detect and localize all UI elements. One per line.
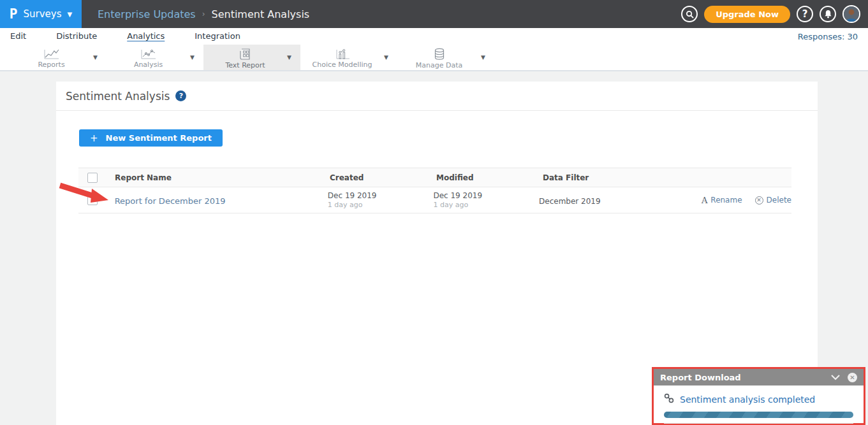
created-date: Dec 19 2019	[328, 191, 434, 201]
report-download-header[interactable]: Report Download ✕	[654, 369, 864, 385]
database-icon	[433, 48, 446, 61]
upgrade-now-button[interactable]: Upgrade Now	[704, 6, 790, 23]
search-icon[interactable]	[681, 6, 698, 22]
topbar-actions: Upgrade Now ?	[681, 5, 868, 23]
questionpro-logo: P	[10, 6, 18, 22]
reports-table: Report Name Created Modified Data Filter…	[78, 168, 791, 213]
help-icon[interactable]: ?	[797, 6, 813, 22]
new-report-button-label: New Sentiment Report	[106, 133, 212, 143]
plus-icon: +	[90, 133, 98, 144]
new-sentiment-report-button[interactable]: + New Sentiment Report	[79, 129, 223, 147]
report-download-title: Report Download	[660, 373, 741, 382]
breadcrumb-separator: ›	[202, 10, 205, 18]
tab-integration[interactable]: Integration	[195, 31, 240, 41]
table-header-row: Report Name Created Modified Data Filter	[78, 168, 791, 187]
panel-divider	[664, 423, 853, 424]
chevron-down-icon[interactable]: ▼	[93, 54, 107, 61]
rename-letter-icon: A	[702, 196, 707, 205]
tab-analytics[interactable]: Analytics	[127, 31, 165, 41]
product-label: Surveys	[23, 8, 61, 20]
page-title: Sentiment Analysis	[66, 90, 170, 103]
chevron-down-icon[interactable]: ▼	[481, 54, 494, 61]
tab-edit[interactable]: Edit	[10, 31, 26, 41]
rename-button[interactable]: A Rename	[702, 196, 742, 205]
top-navbar: P Surveys ▼ Enterprise Updates › Sentime…	[0, 0, 868, 28]
survey-tab-nav: Edit Distribute Analytics Integration Re…	[0, 28, 868, 45]
chevron-down-icon[interactable]: ▼	[190, 54, 203, 61]
modified-date: Dec 19 2019	[433, 191, 539, 201]
header-modified: Modified	[436, 173, 543, 182]
card-title-row: Sentiment Analysis ?	[56, 82, 818, 111]
tab-distribute[interactable]: Distribute	[56, 31, 97, 41]
link-chain-icon	[664, 393, 674, 406]
sentiment-completed-link[interactable]: Sentiment analysis completed	[680, 394, 815, 405]
toolbar-item-analysis[interactable]: Analysis ▼	[107, 45, 203, 70]
created-relative: 1 day ago	[328, 201, 434, 210]
report-download-body: Sentiment analysis completed	[654, 385, 864, 424]
toolbar-item-text-report[interactable]: Text Report ▼	[203, 45, 300, 70]
chevron-down-icon: ▼	[67, 11, 72, 18]
toolbar-item-reports[interactable]: Reports ▼	[10, 45, 107, 70]
user-avatar[interactable]	[842, 5, 860, 23]
surveys-product-menu[interactable]: P Surveys ▼	[0, 0, 82, 28]
delete-circle-x-icon: ✕	[755, 196, 763, 205]
breadcrumb: Enterprise Updates › Sentiment Analysis	[98, 8, 309, 20]
responses-count: Responses: 30	[798, 32, 858, 41]
report-name-link[interactable]: Report for December 2019	[115, 196, 226, 206]
download-progress-bar	[664, 412, 853, 418]
modified-relative: 1 day ago	[433, 201, 539, 210]
table-row: Report for December 2019 Dec 19 2019 1 d…	[78, 187, 791, 213]
report-download-panel: Report Download ✕ Sentiment analysis com…	[652, 367, 865, 425]
page-help-icon[interactable]: ?	[175, 90, 186, 101]
analytics-toolbar: Reports ▼ Analysis ▼ Text Report ▼ Choic…	[0, 45, 868, 71]
notifications-bell-icon[interactable]	[820, 6, 836, 22]
collapse-chevron-icon[interactable]	[831, 375, 840, 380]
chevron-down-icon[interactable]: ▼	[287, 54, 300, 61]
delete-button[interactable]: ✕ Delete	[755, 196, 791, 205]
breadcrumb-parent-link[interactable]: Enterprise Updates	[98, 8, 196, 20]
select-all-checkbox[interactable]	[87, 173, 98, 183]
header-data-filter: Data Filter	[543, 173, 707, 182]
close-icon[interactable]: ✕	[848, 373, 857, 382]
text-report-icon	[239, 48, 252, 61]
header-report-name: Report Name	[115, 173, 330, 182]
scatter-chart-icon	[140, 48, 157, 60]
row-checkbox[interactable]	[87, 195, 98, 205]
header-created: Created	[330, 173, 436, 182]
line-chart-icon	[43, 48, 60, 60]
breadcrumb-current: Sentiment Analysis	[211, 8, 309, 20]
data-filter-value: December 2019	[539, 197, 601, 206]
chevron-down-icon[interactable]: ▼	[384, 54, 397, 61]
toolbar-item-manage-data[interactable]: Manage Data ▼	[397, 45, 494, 70]
choice-modelling-icon	[334, 48, 351, 60]
toolbar-item-choice-modelling[interactable]: Choice Modelling ▼	[300, 45, 397, 70]
